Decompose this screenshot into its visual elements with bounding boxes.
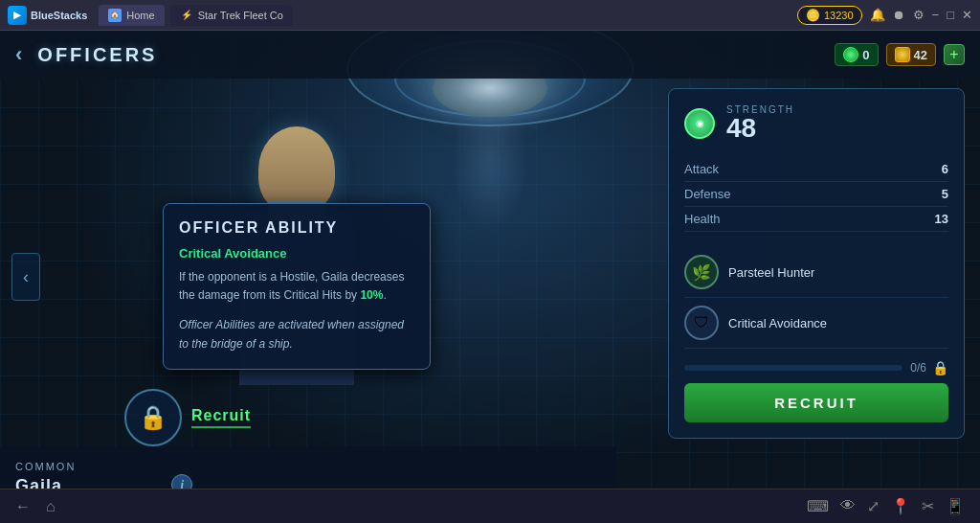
stats-table: Attack 6 Defense 5 Health 13 (684, 157, 948, 232)
green-resource-value: 0 (862, 48, 869, 62)
tab-game[interactable]: ⚡ Star Trek Fleet Co (170, 5, 293, 26)
expand-icon[interactable]: ⤢ (867, 497, 880, 515)
add-resource-button[interactable]: + (944, 44, 965, 65)
defense-value: 5 (942, 187, 948, 201)
recruit-area: 🔒 Recruit (124, 389, 251, 446)
scissors-icon[interactable]: ✂ (922, 497, 934, 515)
popup-description: If the opponent is a Hostile, Gaila decr… (179, 268, 414, 305)
settings-icon[interactable]: ⚙ (913, 8, 924, 22)
bluestacks-logo: ▶ BlueStacks (8, 6, 87, 25)
nav-left-button[interactable]: ‹ (11, 253, 40, 301)
eye-icon[interactable]: 👁 (840, 497, 856, 515)
attack-stat-row: Attack 6 (684, 157, 948, 182)
popup-title: OFFICER ABILITY (179, 219, 414, 237)
bluestacks-topbar: ▶ BlueStacks 🏠 Home ⚡ Star Trek Fleet Co… (0, 0, 980, 31)
critical-avoidance-icon: 🛡 (684, 306, 719, 340)
bluestacks-bottombar: ← ⌂ ⌨ 👁 ⤢ 📍 ✂ 📱 (0, 489, 980, 523)
lock-icon: 🔒 (124, 389, 182, 446)
strength-info: STRENGTH 48 (726, 104, 794, 142)
officer-rarity: COMMON (15, 461, 156, 472)
record-icon[interactable]: ⏺ (893, 8, 905, 22)
bottom-right-controls: ⌨ 👁 ⤢ 📍 ✂ 📱 (807, 497, 965, 515)
keyboard-icon[interactable]: ⌨ (807, 497, 829, 515)
back-button[interactable]: ‹ (15, 42, 22, 67)
ability-parsteel-hunter[interactable]: 🌿 Parsteel Hunter (684, 247, 948, 298)
parsteel-hunter-label: Parsteel Hunter (728, 265, 814, 280)
bottom-left-controls: ← ⌂ (15, 498, 56, 515)
popup-ability-name: Critical Avoidance (179, 246, 414, 261)
right-panel: ◉ STRENGTH 48 Attack 6 Defense 5 Health … (668, 88, 965, 439)
home-tab-icon: 🏠 (108, 9, 122, 22)
progress-section: 0/6 🔒 (684, 360, 948, 375)
gold-resource-badge: 42 (886, 43, 936, 66)
coins-display: 🪙 13230 (797, 6, 862, 25)
recruit-button[interactable]: RECRUIT (684, 383, 948, 422)
ability-critical-avoidance[interactable]: 🛡 Critical Avoidance (684, 298, 948, 349)
restore-icon[interactable]: □ (947, 8, 954, 22)
attack-label: Attack (684, 162, 719, 176)
parsteel-hunter-icon: 🌿 (684, 255, 719, 289)
coin-icon: 🪙 (806, 9, 820, 22)
strength-value: 48 (726, 115, 794, 142)
strength-icon: ◉ (684, 108, 715, 139)
gold-resource-icon (895, 47, 910, 62)
window-controls: 🔔 ⏺ ⚙ − □ ✕ (870, 8, 972, 22)
popup-desc-part2: . (383, 288, 386, 302)
recruit-small-label[interactable]: Recruit (191, 407, 251, 428)
progress-text: 0/6 (910, 361, 926, 375)
defense-stat-row: Defense 5 (684, 182, 948, 207)
tab-home[interactable]: 🏠 Home (99, 5, 164, 26)
progress-lock-icon: 🔒 (932, 360, 948, 375)
green-resource-badge: 0 (835, 43, 878, 66)
page-title: OFFICERS (37, 44, 157, 66)
health-value: 13 (935, 212, 948, 226)
defense-label: Defense (684, 187, 730, 201)
resource-group: 0 42 + (835, 43, 965, 66)
popup-note: Officer Abilities are activated when ass… (179, 316, 414, 352)
tab-home-label: Home (126, 10, 154, 21)
green-resource-icon (843, 47, 858, 62)
bluestacks-icon: ▶ (8, 6, 27, 25)
phone-icon[interactable]: 📱 (946, 497, 965, 515)
progress-bar-container (684, 365, 902, 371)
coin-value: 13230 (824, 10, 854, 21)
popup-highlight: 10% (360, 288, 383, 302)
critical-avoidance-label: Critical Avoidance (728, 316, 827, 330)
bluestacks-text: BlueStacks (31, 10, 87, 21)
bell-icon[interactable]: 🔔 (870, 8, 885, 22)
strength-section: ◉ STRENGTH 48 (684, 104, 948, 142)
attack-value: 6 (942, 162, 948, 176)
location-icon[interactable]: 📍 (891, 497, 910, 515)
close-icon[interactable]: ✕ (962, 8, 972, 22)
gold-resource-value: 42 (914, 48, 927, 62)
health-stat-row: Health 13 (684, 207, 948, 232)
android-home-icon[interactable]: ⌂ (46, 498, 56, 515)
ability-popup: OFFICER ABILITY Critical Avoidance If th… (163, 203, 431, 370)
game-area: ‹ OFFICERS 0 42 + ‹ 🔒 Recruit OFFICER (0, 31, 980, 523)
game-tab-icon: ⚡ (180, 9, 193, 22)
tab-game-label: Star Trek Fleet Co (198, 10, 283, 21)
android-back-icon[interactable]: ← (15, 498, 31, 515)
header-bar: ‹ OFFICERS 0 42 + (0, 31, 980, 79)
minimize-icon[interactable]: − (932, 8, 940, 22)
health-label: Health (684, 212, 721, 226)
character-head (258, 126, 335, 213)
